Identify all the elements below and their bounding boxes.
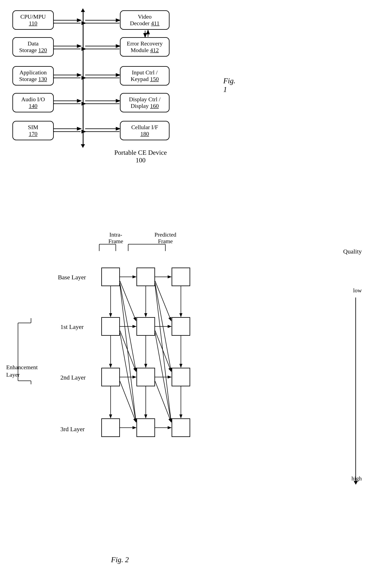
frame-l1-col1 bbox=[101, 317, 120, 336]
svg-line-42 bbox=[155, 281, 171, 321]
frame-base-col2 bbox=[136, 268, 155, 286]
box-cellular: Cellular I/F 180 bbox=[120, 121, 170, 140]
svg-line-44 bbox=[155, 285, 171, 422]
header-predicted: PredictedFrame bbox=[134, 231, 196, 245]
l1-layer-label: 1st Layer bbox=[60, 323, 84, 330]
box-data-storage: Data Storage 120 bbox=[12, 37, 54, 57]
enhancement-brace bbox=[17, 316, 33, 448]
fig2-diagram: Intra-Frame PredictedFrame Base Layer 1s… bbox=[6, 227, 378, 568]
predicted-brace bbox=[126, 244, 205, 252]
frame-l2-col3 bbox=[172, 368, 190, 386]
fig1-diagram: CPU/MPU 110 Data Storage 120 Application… bbox=[6, 6, 275, 164]
svg-line-50 bbox=[155, 381, 171, 422]
svg-line-43 bbox=[155, 283, 171, 372]
l3-layer-label: 3rd Layer bbox=[60, 426, 85, 433]
bus-line bbox=[83, 10, 84, 145]
svg-line-47 bbox=[155, 331, 171, 372]
quality-label: Quality bbox=[343, 248, 362, 255]
box-sim: SIM 170 bbox=[12, 121, 54, 140]
svg-line-49 bbox=[120, 381, 136, 422]
frame-l1-col2 bbox=[136, 317, 155, 336]
fig1-label: Fig. 1 bbox=[223, 76, 235, 94]
frame-l2-col1 bbox=[101, 368, 120, 386]
l2-layer-label: 2nd Layer bbox=[60, 374, 86, 381]
svg-line-48 bbox=[155, 333, 171, 422]
box-cpu: CPU/MPU 110 bbox=[12, 10, 54, 30]
frame-l3-col2 bbox=[136, 418, 155, 437]
frame-base-col1 bbox=[101, 268, 120, 286]
box-error-recovery: Error Recovery Module 412 bbox=[120, 37, 170, 57]
frame-base-col3 bbox=[172, 268, 190, 286]
bus-arrow-bottom bbox=[81, 144, 85, 148]
svg-line-39 bbox=[120, 281, 136, 321]
fig2-inner: Intra-Frame PredictedFrame Base Layer 1s… bbox=[6, 227, 378, 568]
fig2-label: Fig. 2 bbox=[6, 555, 234, 564]
frame-l1-col3 bbox=[172, 317, 190, 336]
quality-low: low bbox=[353, 287, 362, 294]
quality-arrow-head bbox=[354, 481, 358, 485]
box-video-decoder: Video Decoder 411 bbox=[120, 10, 170, 30]
frame-l3-col1 bbox=[101, 418, 120, 437]
enhancement-layer-label: EnhancementLayer bbox=[6, 364, 19, 379]
svg-line-46 bbox=[120, 333, 136, 422]
svg-line-41 bbox=[120, 285, 136, 422]
box-display-ctrl: Display Ctrl / Display 160 bbox=[120, 93, 170, 112]
fig2-arrows-svg bbox=[6, 227, 234, 455]
svg-line-45 bbox=[120, 331, 136, 372]
header-intra: Intra-Frame bbox=[103, 231, 128, 245]
box-input-ctrl: Input Ctrl / Keypad 150 bbox=[120, 66, 170, 85]
frame-l2-col2 bbox=[136, 368, 155, 386]
frame-l3-col3 bbox=[172, 418, 190, 437]
svg-line-40 bbox=[120, 283, 136, 372]
base-layer-label: Base Layer bbox=[58, 274, 86, 281]
box-audio-io: Audio I/O 140 bbox=[12, 93, 54, 112]
bus-arrow-top bbox=[81, 8, 85, 12]
box-app-storage: Application Storage 130 bbox=[12, 66, 54, 85]
quality-arrow-line bbox=[355, 297, 356, 481]
